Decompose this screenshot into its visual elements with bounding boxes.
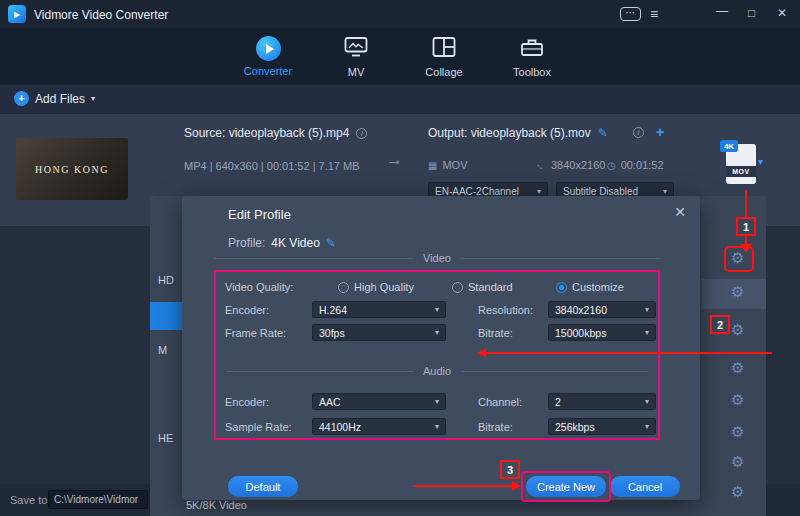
chevron-down-icon: ▾ [435,397,439,406]
plus-circle-icon: + [14,91,29,106]
audio-encoder-label: Encoder: [225,396,269,408]
samplerate-dropdown[interactable]: 44100Hz▾ [312,418,446,435]
default-button[interactable]: Default [228,476,298,497]
duration-icon: ◷ [607,160,616,171]
close-icon[interactable]: ✕ [674,204,686,220]
video-encoder-label: Encoder: [225,304,269,316]
add-files-button[interactable]: + Add Files ▾ [14,91,95,106]
output-format: MOV [442,159,467,171]
chevron-down-icon: ▾ [435,328,439,337]
edit-profile-name-icon[interactable]: ✎ [326,236,336,250]
toolbar: + Add Files ▾ Converting Converted Conve… [0,85,800,114]
save-to-label: Save to: [10,494,50,506]
radio-high-quality[interactable] [338,282,349,293]
channel-label: Channel: [478,396,522,408]
audio-bitrate-dropdown[interactable]: 256kbps▾ [548,418,656,435]
tab-converter[interactable]: Converter [229,36,307,77]
add-track-icon[interactable]: + [656,124,664,140]
profile-list-item[interactable]: HE [158,432,173,444]
source-label: Source: videoplayback (5).mp4 [184,126,349,140]
output-resolution: 3840x2160 [551,159,605,171]
resolution-dropdown[interactable]: 3840x2160▾ [548,301,656,318]
save-path-input[interactable]: C:\Vidmore\Vidmor [48,490,148,509]
output-label: Output: videoplayback (5).mov [428,126,591,140]
info-icon[interactable]: i [356,128,367,139]
chevron-down-icon: ▾ [537,187,541,196]
converter-icon [256,36,281,61]
window-title: Vidmore Video Converter [34,8,168,22]
toolbox-icon [520,36,544,62]
dialog-title: Edit Profile [228,207,291,222]
create-new-button[interactable]: Create New [526,476,606,497]
video-encoder-dropdown[interactable]: H.264▾ [312,301,446,318]
chevron-down-icon: ▾ [645,328,649,337]
selected-profile-row[interactable] [150,302,182,330]
mv-icon [344,36,368,62]
chevron-down-icon: ▾ [645,422,649,431]
video-quality-label: Video Quality: [225,281,293,293]
profile-list-item[interactable]: M [158,344,167,356]
convert-arrow-icon: → [386,150,403,170]
radio-high-quality-label[interactable]: High Quality [354,281,414,293]
thumbnail-text: HONG KONG [35,164,109,175]
audio-encoder-dropdown[interactable]: AAC▾ [312,393,446,410]
profile-settings-gear[interactable]: ⚙ [731,284,744,299]
minimize-button[interactable]: — [716,4,728,18]
app-window: ▶ Vidmore Video Converter ⋯ ≡ — □ ✕ Conv… [0,0,800,516]
4k-badge: 4K [720,140,738,152]
menu-icon[interactable]: ≡ [650,6,658,22]
audio-section-label: Audio [423,365,451,377]
profile-label: Profile: [228,236,265,250]
video-section-label: Video [423,252,451,264]
tab-toolbox[interactable]: Toolbox [493,36,571,78]
chevron-down-icon: ▾ [91,94,95,103]
maximize-button[interactable]: □ [748,6,755,20]
edit-output-icon[interactable]: ✎ [598,126,608,140]
chevron-down-icon: ▾ [645,305,649,314]
close-button[interactable]: ✕ [777,6,787,20]
logo-play-glyph: ▶ [14,10,20,19]
framerate-dropdown[interactable]: 30fps▾ [312,324,446,341]
profile-settings-gear[interactable]: ⚙ [731,424,744,439]
cancel-button[interactable]: Cancel [610,476,680,497]
channel-dropdown[interactable]: 2▾ [548,393,656,410]
radio-standard-label[interactable]: Standard [468,281,513,293]
chevron-down-icon: ▾ [663,187,667,196]
samplerate-label: Sample Rate: [225,421,292,433]
format-icon: ▦ [428,160,437,171]
radio-customize-label[interactable]: Customize [572,281,624,293]
profile-settings-gear[interactable]: ⚙ [731,484,744,499]
chevron-down-icon: ▾ [435,422,439,431]
output-info-icon[interactable]: i [633,127,644,138]
output-duration: 00:01:52 [621,159,664,171]
chevron-down-icon: ▾ [645,397,649,406]
profile-settings-gear[interactable]: ⚙ [731,322,744,337]
video-thumbnail: HONG KONG [16,138,128,200]
video-bitrate-dropdown[interactable]: 15000kbps▾ [548,324,656,341]
profile-settings-gear[interactable]: ⚙ [731,454,744,469]
profile-settings-gear[interactable]: ⚙ [731,360,744,375]
title-bar: ▶ Vidmore Video Converter ⋯ ≡ — □ ✕ [0,0,800,28]
feedback-icon[interactable]: ⋯ [620,7,641,21]
profile-settings-gear[interactable]: ⚙ [731,250,744,265]
profile-value: 4K Video [271,236,320,250]
tab-collage[interactable]: Collage [405,36,483,78]
main-nav: Converter MV Collage [0,28,800,85]
profile-settings-gear[interactable]: ⚙ [731,392,744,407]
edit-profile-dialog: Edit Profile ✕ Profile: 4K Video ✎ Video… [182,196,700,500]
profile-category-5k8k[interactable]: 5K/8K Video [186,499,247,511]
video-bitrate-label: Bitrate: [478,327,513,339]
audio-bitrate-label: Bitrate: [478,421,513,433]
radio-standard[interactable] [452,282,463,293]
format-caret-icon[interactable]: ▾ [758,156,763,167]
tab-mv[interactable]: MV [317,36,395,78]
framerate-label: Frame Rate: [225,327,286,339]
radio-customize[interactable] [556,282,567,293]
chevron-down-icon: ▾ [435,305,439,314]
app-logo-icon: ▶ [8,5,26,23]
resolution-icon: ↔ [534,158,549,173]
collage-icon [432,36,456,62]
source-meta: MP4 | 640x360 | 00:01:52 | 7.17 MB [184,160,360,172]
profile-list-item[interactable]: HD [158,274,174,286]
format-file-icon: MOV [726,166,756,177]
